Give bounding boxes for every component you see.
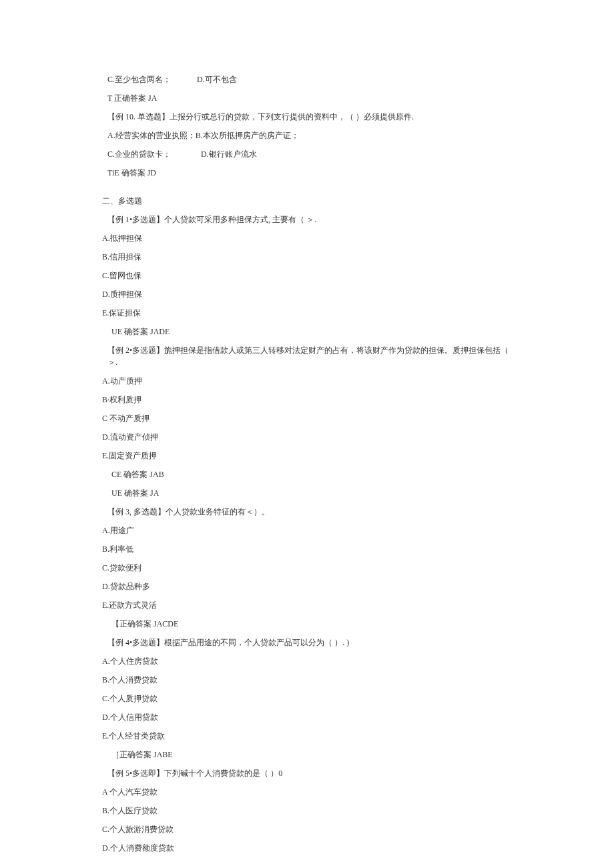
q1-answer: UE 确答案 JADE	[102, 326, 511, 338]
q4-option-c: C.个人质押贷款	[102, 693, 511, 705]
q9-options-cd: C.至少包含两名； D.可不包含	[102, 73, 511, 85]
q1-option-b: B.信用担保	[102, 251, 511, 263]
q3-option-b: B.利率低	[102, 543, 511, 555]
q4-answer: ［正确答案 JABE	[102, 749, 511, 761]
q5-option-c: C.个人旅游消费贷款	[102, 823, 511, 835]
q3-option-c: C.贷款便利	[102, 562, 511, 574]
q3-option-a: A.用途广	[102, 524, 511, 536]
q1-option-a: A.抵押担保	[102, 232, 511, 244]
q2-option-d: D.流动资产侦押	[102, 431, 511, 443]
q2-answer-2: UE 确答案 JA	[102, 487, 511, 499]
q2-stem: 【例 2•多选题】旎押担保是指借款人或第三人转移对法定财产的占有，将该财产作为贷…	[102, 344, 511, 368]
q9-option-c: C.至少包含两名；	[107, 75, 171, 84]
q10-option-c: C.企业的贷款卡；	[107, 149, 171, 159]
q9-option-d: D.可不包含	[197, 75, 237, 84]
q4-option-a: A.个人住房贷款	[102, 655, 511, 667]
q10-options-cd: C.企业的贷款卡； D.银行账户流水	[102, 148, 511, 160]
q2-option-b: B·权利质押	[102, 394, 511, 406]
q5-option-b: B.个人医疗贷款	[102, 805, 511, 817]
q4-stem: 【例 4•多选题】根据产品用途的不同，个人贷款产品可以分为（ ）. )	[102, 636, 511, 648]
q3-option-d: D.贷款品种多	[102, 580, 511, 592]
q2-option-a: A.动产质押	[102, 375, 511, 387]
q5-option-a: A 个人汽车贷款	[102, 786, 511, 798]
section-2-heading: 二、多选题	[102, 195, 511, 207]
q10-option-d: D.银行账户流水	[201, 149, 257, 159]
q1-option-d: D.质押担保	[102, 288, 511, 300]
q4-option-b: B.个人消费贷款	[102, 674, 511, 686]
q1-option-c: C.留网也保	[102, 270, 511, 282]
q10-answer: TiE 确答案 JD	[102, 167, 511, 179]
q3-stem: 【例 3, 多选题】个人贷款业务特征的有＜）。	[102, 506, 511, 518]
q10-options-ab: A.经营实体的营业执照；B.本次所抵押房产的房产证；	[102, 129, 511, 141]
q5-option-d: D.个人消费额度贷款	[102, 842, 511, 854]
q4-option-e: E.个人经甘类贷款	[102, 730, 511, 742]
q2-option-c: C 不动产质押	[102, 412, 511, 424]
q1-stem: 【例 1•多选题】个人贷款可采用多种担保方式, 主要有（ ＞.	[102, 213, 511, 226]
q9-answer: T 正确答案 JA	[102, 92, 511, 104]
q2-answer-1: CE 确答案 JAB	[102, 468, 511, 480]
q5-stem: 【例 5•多选即】下列碱十个人消费贷款的是（ ）0	[102, 767, 511, 779]
q3-option-e: E.还款方式灵活	[102, 599, 511, 611]
q2-option-e: E.固定资产质押	[102, 450, 511, 462]
q4-option-d: D.个人信用贷款	[102, 711, 511, 723]
q10-stem: 【例 10. 单选题】上报分行或总行的贷款，下列支行提供的资料中，（ ）必须提供…	[102, 111, 511, 123]
q3-answer: 【正确答案 JACDE	[102, 618, 511, 630]
q1-option-e: E.保证担保	[102, 307, 511, 319]
